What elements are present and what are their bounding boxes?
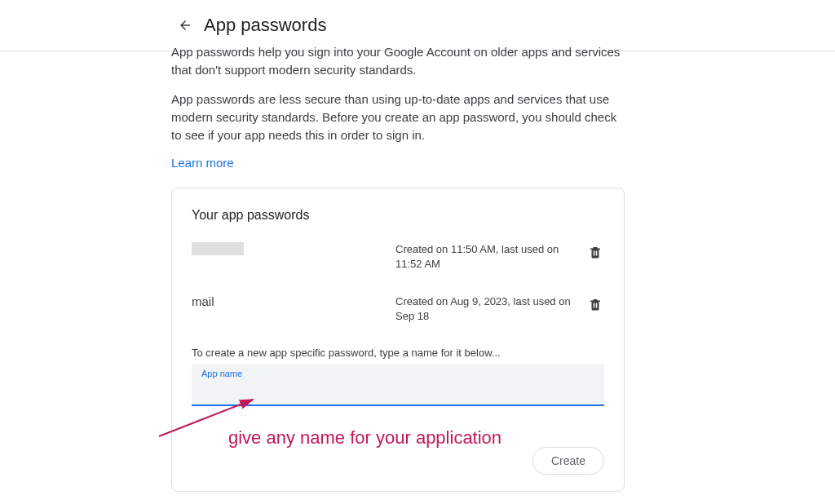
back-button[interactable] [171, 11, 199, 39]
create-hint: To create a new app specific password, t… [192, 347, 604, 359]
trash-icon [588, 296, 603, 312]
intro-block: App passwords help you sign into your Go… [171, 43, 625, 188]
intro-paragraph-2: App passwords are less secure than using… [171, 91, 625, 144]
app-name-input-wrap[interactable]: App name [192, 364, 604, 406]
password-meta: Created on 11:50 AM, last used on 11:52 … [395, 242, 586, 272]
password-row: Created on 11:50 AM, last used on 11:52 … [192, 242, 604, 272]
password-name: mail [192, 294, 395, 308]
delete-button[interactable] [586, 242, 604, 264]
trash-icon [588, 244, 603, 260]
password-meta: Created on Aug 9, 2023, last used on Sep… [395, 294, 586, 324]
create-button[interactable]: Create [532, 447, 604, 475]
delete-button[interactable] [586, 294, 604, 316]
learn-more-link[interactable]: Learn more [171, 156, 234, 170]
app-name-input[interactable] [201, 380, 594, 396]
page-title: App passwords [204, 15, 326, 36]
redacted-name [192, 242, 244, 255]
arrow-left-icon [178, 18, 192, 33]
input-label: App name [201, 369, 594, 378]
app-passwords-card: Your app passwords Created on 11:50 AM, … [171, 188, 625, 492]
password-row: mail Created on Aug 9, 2023, last used o… [192, 294, 604, 324]
password-name [192, 242, 395, 258]
intro-paragraph-1: App passwords help you sign into your Go… [171, 43, 625, 79]
card-title: Your app passwords [192, 208, 604, 223]
